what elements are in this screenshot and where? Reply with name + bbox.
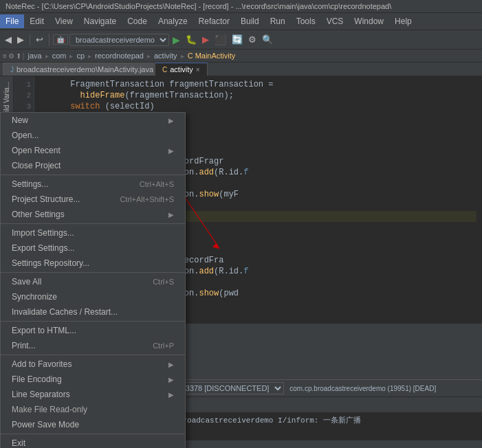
search-everywhere-icon[interactable]: 🔍 [260, 33, 275, 46]
menu-item-new[interactable]: New ▶ [1, 113, 185, 128]
settings-icon-small[interactable]: ⚙ [8, 52, 14, 60]
process-label: com.cp.broadcastreceiverdemo (19951) [DE… [289, 385, 436, 392]
run-button[interactable]: ▶ [171, 33, 182, 47]
breadcrumb-mainactivity[interactable]: C MainActivity [186, 51, 238, 60]
breadcrumb-icon[interactable]: ⬆ [16, 52, 21, 60]
code-line-3: switch (selectId) [41, 101, 476, 112]
toolbar-sep-1 [30, 34, 30, 46]
menu-item-open[interactable]: Open... [1, 128, 185, 143]
breadcrumb-cp[interactable]: cp [74, 51, 87, 60]
config-dropdown[interactable]: broadcastreceiverdemo [69, 34, 169, 46]
submenu-arrow-recent: ▶ [168, 147, 174, 155]
menu-item-power-save[interactable]: Power Save Mode [1, 417, 185, 432]
tab-mainactivity-label: broadcastreceiverdemo\MainActivity.java [17, 65, 153, 74]
menu-refactor[interactable]: Refactor [193, 14, 235, 28]
breadcrumb-java[interactable]: java [25, 51, 43, 60]
tab-bar: J broadcastreceiverdemo\MainActivity.jav… [0, 63, 482, 76]
menu-divider-6 [1, 434, 185, 434]
tab-file-icon: J [10, 66, 14, 74]
menu-item-synchronize[interactable]: Synchronize [1, 289, 185, 304]
submenu-arrow: ▶ [168, 117, 174, 124]
code-line-2: hideFrame(fragmentTransaction); [41, 90, 476, 101]
menu-vcs[interactable]: VCS [321, 14, 349, 28]
code-line-1: FragmentTransaction fragmentTransaction … [41, 79, 476, 90]
tab-mainactivity[interactable]: J broadcastreceiverdemo\MainActivity.jav… [3, 63, 154, 76]
main-area: Build Varia... Favorites 1 2 3 4 5 6 7 8… [0, 76, 482, 324]
menu-bar: File Edit View Navigate Code Analyze Ref… [0, 13, 482, 30]
menu-help[interactable]: Help [389, 14, 417, 28]
sync-icon[interactable]: 🔄 [230, 33, 245, 46]
tab-activity-label: activity [170, 65, 193, 74]
menu-item-settings[interactable]: Settings... Ctrl+Alt+S [1, 177, 185, 192]
run-coverage-button[interactable]: ▶ [200, 33, 211, 46]
menu-item-settings-repository[interactable]: Settings Repository... [1, 256, 185, 271]
menu-item-line-separators[interactable]: Line Separators ▶ [1, 387, 185, 402]
breadcrumb-recordnotepad[interactable]: recordnotepad [93, 51, 146, 60]
toolbar-sep-2 [49, 34, 50, 46]
menu-item-open-recent[interactable]: Open Recent ▶ [1, 143, 185, 158]
menu-item-export-html[interactable]: Export to HTML... [1, 323, 185, 338]
menu-item-make-readonly[interactable]: Make File Read-only [1, 402, 185, 417]
menu-divider-4 [1, 321, 185, 322]
menu-divider-1 [1, 175, 185, 175]
menu-divider-2 [1, 223, 185, 224]
menu-divider-5 [1, 355, 185, 355]
menu-code[interactable]: Code [122, 14, 153, 28]
menu-item-save-all[interactable]: Save All Ctrl+S [1, 274, 185, 289]
android-icon[interactable]: 🤖 [53, 34, 68, 45]
file-menu-dropdown: New ▶ Open... Open Recent ▶ Close Projec… [0, 112, 186, 448]
submenu-arrow-settings: ▶ [168, 211, 174, 219]
menu-file[interactable]: File [0, 14, 24, 28]
breadcrumb-activity[interactable]: activity [152, 51, 179, 60]
menu-item-file-encoding[interactable]: File Encoding ▶ [1, 372, 185, 387]
menu-analyze[interactable]: Analyze [153, 14, 193, 28]
stop-button[interactable]: ⬛ [212, 33, 228, 47]
toolbar: ◀ ▶ ↩ 🤖 broadcastreceiverdemo ▶ 🐛 ▶ ⬛ 🔄 … [0, 30, 482, 49]
settings-icon[interactable]: ⚙ [246, 33, 259, 46]
submenu-arrow-encoding: ▶ [168, 376, 174, 383]
menu-view[interactable]: View [50, 14, 78, 28]
menu-item-add-favorites[interactable]: Add to Favorites ▶ [1, 357, 185, 372]
submenu-arrow-fav: ▶ [168, 361, 174, 368]
menu-item-invalidate-caches[interactable]: Invalidate Caches / Restart... [1, 304, 185, 320]
menu-item-close-project[interactable]: Close Project [1, 158, 185, 173]
menu-divider-3 [1, 272, 185, 273]
forward-icon[interactable]: ▶ [15, 33, 26, 46]
menu-item-other-settings[interactable]: Other Settings ▶ [1, 207, 185, 222]
submenu-arrow-line-sep: ▶ [168, 391, 174, 399]
tab-activity-icon: C [162, 66, 167, 74]
tab-activity[interactable]: C activity × [155, 63, 208, 76]
title-bar: NoteRec - [C:\Users\CP\AndroidStudioProj… [0, 0, 482, 13]
menu-item-import-settings[interactable]: Import Settings... [1, 225, 185, 240]
menu-tools[interactable]: Tools [291, 14, 321, 28]
menu-item-export-settings[interactable]: Export Settings... [1, 240, 185, 256]
menu-run[interactable]: Run [265, 14, 291, 28]
collapse-icon[interactable]: ≡ [3, 52, 7, 60]
title-text: NoteRec - [C:\Users\CP\AndroidStudioProj… [6, 2, 391, 10]
back-icon[interactable]: ◀ [3, 33, 14, 46]
breadcrumb-com[interactable]: com [50, 51, 69, 60]
menu-build[interactable]: Build [235, 14, 265, 28]
menu-item-project-structure[interactable]: Project Structure... Ctrl+Alt+Shift+S [1, 192, 185, 207]
menu-item-exit[interactable]: Exit [1, 436, 185, 448]
revert-icon[interactable]: ↩ [34, 33, 45, 46]
menu-navigate[interactable]: Navigate [78, 14, 122, 28]
menu-item-print[interactable]: Print... Ctrl+P [1, 338, 185, 353]
breadcrumb: ≡ ⚙ ⬆ | java ▸ com ▸ cp ▸ recordnotepad … [0, 49, 482, 63]
menu-edit[interactable]: Edit [24, 14, 50, 28]
tab-activity-close[interactable]: × [196, 66, 200, 74]
debug-button[interactable]: 🐛 [184, 33, 199, 46]
menu-window[interactable]: Window [349, 14, 389, 28]
